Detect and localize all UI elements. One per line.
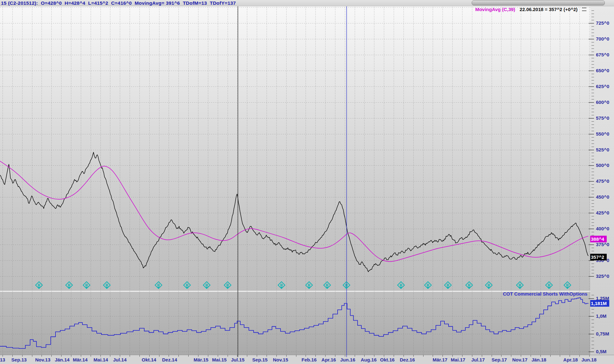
moving-average-line	[0, 161, 588, 262]
rollover-letter: R	[186, 283, 189, 287]
rollover-marker: R	[83, 282, 90, 289]
last-price-tag: 357^2	[590, 254, 607, 260]
legend-cursor-info: 22.06.2018 = 357^2 (+0^2)	[520, 7, 578, 12]
rollover-letter: R	[447, 283, 449, 287]
rollover-marker: R	[103, 282, 110, 289]
rollover-marker: R	[424, 282, 431, 289]
rollover-letter: R	[566, 283, 569, 287]
rollover-letter: R	[400, 283, 403, 287]
rollover-letter: R	[548, 283, 551, 287]
rollover-letter: R	[85, 283, 88, 287]
rollover-marker: R	[66, 282, 73, 289]
title-bar: 15 (C2-201512): O=428^0 H=428^4 L=415^2 …	[0, 0, 614, 6]
rollover-letter: R	[308, 283, 311, 287]
rollover-letter: R	[205, 283, 208, 287]
cot-value-tag: 1,181M	[590, 300, 609, 307]
rollover-marker: R	[343, 282, 350, 289]
rollover-marker: R	[397, 282, 404, 289]
rollover-marker: R	[36, 282, 42, 289]
rollover-letter: R	[280, 283, 283, 287]
rollover-marker: R	[224, 282, 231, 289]
rollover-marker: R	[203, 282, 210, 289]
rollover-letter: R	[68, 283, 71, 287]
legend-movingavg-label[interactable]: MovingAvg (C,39)	[475, 7, 515, 12]
rollover-marker: R	[466, 282, 473, 289]
rollover-letter: R	[468, 283, 471, 287]
rollover-letter: R	[106, 283, 108, 287]
rollover-letter: R	[345, 283, 348, 287]
rollover-marker: R	[278, 282, 285, 289]
rollover-letter: R	[427, 283, 430, 287]
rollover-marker: R	[485, 282, 492, 289]
rollover-marker: R	[155, 282, 162, 289]
rollover-letter: R	[38, 283, 41, 287]
time-axis-ticks	[3, 355, 590, 357]
cot-series-line	[0, 298, 588, 348]
ma-value-tag: 388^4	[590, 236, 607, 242]
rollover-marker: R	[324, 282, 331, 289]
rollover-letter: R	[326, 283, 329, 287]
rollover-marker: R	[546, 282, 553, 289]
rollover-letter: R	[519, 283, 521, 287]
price-series-line	[0, 152, 588, 272]
chart-canvas-svg[interactable]: RRRRRRRRRRRRRRRRRRRR	[0, 0, 614, 364]
legend-row: MovingAvg (C,39) 22.06.2018 = 357^2 (+0^…	[475, 6, 586, 12]
rollover-marker: R	[444, 282, 451, 289]
rollover-letter: R	[157, 283, 160, 287]
instrument-status-line: 15 (C2-201512): O=428^0 H=428^4 L=415^2 …	[1, 0, 236, 6]
rollover-marker: R	[564, 282, 571, 289]
rollover-marker: R	[306, 282, 313, 289]
rollover-markers: RRRRRRRRRRRRRRRRRRRR	[36, 282, 571, 289]
rollover-letter: R	[226, 283, 229, 287]
cot-panel-title: COT Commercial Shorts WithOptions	[503, 291, 587, 297]
legend-grip-icon[interactable]	[582, 8, 586, 11]
rollover-marker: R	[184, 282, 191, 289]
horizontal-scrollbar-thumb[interactable]	[472, 0, 605, 5]
rollover-marker: R	[516, 282, 523, 289]
rollover-letter: R	[488, 283, 490, 287]
vertical-gridlines	[3, 6, 590, 355]
